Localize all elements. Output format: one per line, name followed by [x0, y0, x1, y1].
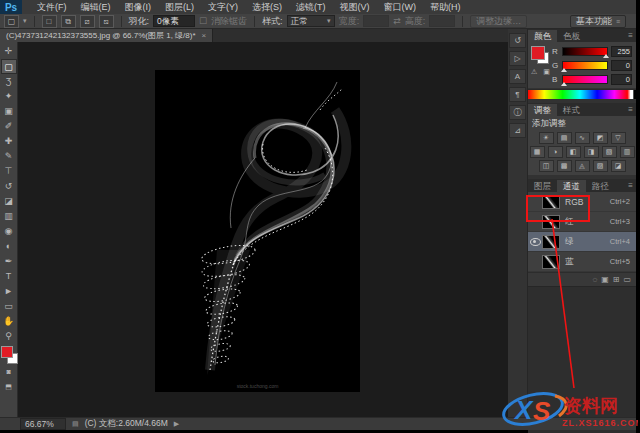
antialias-checkbox: ☐ — [199, 16, 207, 26]
color-spectrum-ramp[interactable] — [528, 89, 636, 99]
hand-tool[interactable]: ✋ — [1, 314, 17, 329]
type-tool[interactable]: T — [1, 269, 17, 284]
brush-tool[interactable]: ✎ — [1, 149, 17, 164]
red-value[interactable]: 255 — [611, 46, 632, 57]
menu-filter[interactable]: 滤镜(T) — [289, 0, 333, 14]
gradient-tool[interactable]: ▥ — [1, 209, 17, 224]
document-tab[interactable]: (C)473731242132373555.jpg @ 66.7%(图层 1, … — [0, 29, 213, 42]
eyedropper-tool[interactable]: ✐ — [1, 119, 17, 134]
selection-mode-subtract-icon[interactable]: ⧄ — [80, 15, 95, 28]
threshold-icon[interactable]: ◬ — [575, 160, 590, 172]
green-value[interactable]: 0 — [611, 60, 632, 71]
foreground-color-swatch[interactable] — [531, 46, 545, 60]
shape-tool[interactable]: ▭ — [1, 299, 17, 314]
selective-color-icon[interactable]: ◪ — [611, 160, 626, 172]
dodge-tool[interactable]: ◐ — [1, 239, 17, 254]
feather-input[interactable]: 0像素 — [153, 15, 195, 27]
healing-brush-tool[interactable]: ✚ — [1, 134, 17, 149]
channel-mixer-icon[interactable]: ▧ — [602, 146, 617, 158]
workspace-switcher-button[interactable]: 基本功能 ≡ — [570, 15, 626, 28]
screen-mode-button[interactable]: ⬒ — [1, 379, 17, 394]
quick-mask-button[interactable]: ◙ — [1, 364, 17, 379]
properties-panel-icon[interactable]: ⊿ — [509, 123, 526, 138]
menu-file[interactable]: 文件(F) — [30, 0, 74, 14]
close-tab-icon[interactable]: × — [202, 29, 207, 42]
smoke-photo[interactable]: stock.tuchong.com — [155, 70, 360, 392]
rectangular-marquee-tool[interactable]: ▢ — [1, 59, 17, 74]
tab-channels[interactable]: 通道 — [557, 180, 586, 192]
delete-channel-icon[interactable]: ▭ — [623, 275, 631, 285]
selection-mode-intersect-icon[interactable]: ⧅ — [99, 15, 114, 28]
menu-layer[interactable]: 图层(L) — [158, 0, 201, 14]
panel-menu-icon[interactable]: ≡ — [628, 180, 636, 192]
blur-tool[interactable]: ◉ — [1, 224, 17, 239]
menu-image[interactable]: 图像(I) — [118, 0, 159, 14]
blue-value[interactable]: 0 — [611, 74, 632, 85]
load-selection-icon[interactable]: ◌ — [592, 275, 597, 285]
menu-edit[interactable]: 编辑(E) — [74, 0, 118, 14]
lasso-tool[interactable]: Ʒ — [1, 74, 17, 89]
tab-adjustments[interactable]: 调整 — [528, 104, 557, 116]
clone-stamp-tool[interactable]: ⊤ — [1, 164, 17, 179]
menu-type[interactable]: 文字(Y) — [201, 0, 245, 14]
blue-slider[interactable] — [562, 75, 608, 84]
tab-paths[interactable]: 路径 — [586, 180, 615, 192]
eraser-tool[interactable]: ◪ — [1, 194, 17, 209]
history-panel-icon[interactable]: ↺ — [509, 33, 526, 48]
panel-menu-icon[interactable]: ≡ — [628, 30, 636, 42]
quick-selection-tool[interactable]: ✦ — [1, 89, 17, 104]
tab-color[interactable]: 颜色 — [528, 30, 557, 42]
vibrance-icon[interactable]: ▽ — [611, 132, 626, 144]
canvas-area[interactable]: stock.tuchong.com — [18, 42, 508, 417]
file-icon: ▤ — [72, 420, 79, 428]
tab-layers[interactable]: 图层 — [528, 180, 557, 192]
menu-select[interactable]: 选择(S) — [245, 0, 289, 14]
channel-row-green[interactable]: 绿 Ctrl+4 — [528, 232, 636, 252]
levels-icon[interactable]: ▤ — [557, 132, 572, 144]
status-options-arrow-icon[interactable]: ▶ — [174, 420, 179, 428]
tab-styles[interactable]: 样式 — [557, 104, 586, 116]
tab-swatches[interactable]: 色板 — [557, 30, 586, 42]
color-balance-icon[interactable]: ◑ — [548, 146, 563, 158]
style-dropdown[interactable]: 正常 ▾ — [287, 15, 335, 27]
menu-window[interactable]: 窗口(W) — [377, 0, 424, 14]
watermark-x: X — [513, 395, 534, 425]
tool-preset-chevron-icon[interactable]: ▾ — [23, 17, 27, 25]
invert-icon[interactable]: ◫ — [539, 160, 554, 172]
panel-menu-icon[interactable]: ≡ — [628, 104, 636, 116]
info-panel-icon[interactable]: ⓘ — [509, 105, 526, 120]
foreground-color-swatch[interactable] — [1, 346, 13, 358]
selection-mode-add-icon[interactable]: ⧉ — [61, 15, 76, 28]
posterize-icon[interactable]: ▩ — [557, 160, 572, 172]
menu-help[interactable]: 帮助(H) — [423, 0, 468, 14]
paragraph-panel-icon[interactable]: ¶ — [509, 87, 526, 102]
color-lookup-icon[interactable]: ▥ — [620, 146, 635, 158]
move-tool[interactable]: ✛ — [1, 44, 17, 59]
pen-tool[interactable]: ✒ — [1, 254, 17, 269]
path-selection-tool[interactable]: ► — [1, 284, 17, 299]
tool-preset-icon[interactable]: ▢ — [4, 15, 19, 28]
exposure-icon[interactable]: ◩ — [593, 132, 608, 144]
history-brush-tool[interactable]: ↺ — [1, 179, 17, 194]
hue-saturation-icon[interactable]: ▦ — [530, 146, 545, 158]
brightness-contrast-icon[interactable]: ☀ — [539, 132, 554, 144]
green-slider[interactable] — [562, 61, 608, 70]
character-panel-icon[interactable]: A — [509, 69, 526, 84]
selection-mode-new-icon[interactable]: □ — [42, 15, 57, 28]
visibility-toggle[interactable] — [528, 238, 542, 246]
new-channel-icon[interactable]: ⊞ — [613, 275, 620, 285]
gamut-warning-icon[interactable]: ⚠ ▣ — [531, 68, 552, 76]
channel-row-blue[interactable]: 蓝 Ctrl+5 — [528, 252, 636, 272]
zoom-level-field[interactable]: 66.67% — [20, 418, 66, 430]
crop-tool[interactable]: ▣ — [1, 104, 17, 119]
photo-filter-icon[interactable]: ◨ — [584, 146, 599, 158]
zoom-tool[interactable]: ⚲ — [1, 329, 17, 344]
gradient-map-icon[interactable]: ▨ — [593, 160, 608, 172]
actions-panel-icon[interactable]: ▷ — [509, 51, 526, 66]
watermark-logo: X S 资料网 ZL.XS1616.COM — [500, 383, 638, 430]
curves-icon[interactable]: ∿ — [575, 132, 590, 144]
menu-view[interactable]: 视图(V) — [333, 0, 377, 14]
black-white-icon[interactable]: ◧ — [566, 146, 581, 158]
red-slider[interactable] — [562, 47, 608, 56]
save-selection-icon[interactable]: ▣ — [601, 275, 609, 285]
